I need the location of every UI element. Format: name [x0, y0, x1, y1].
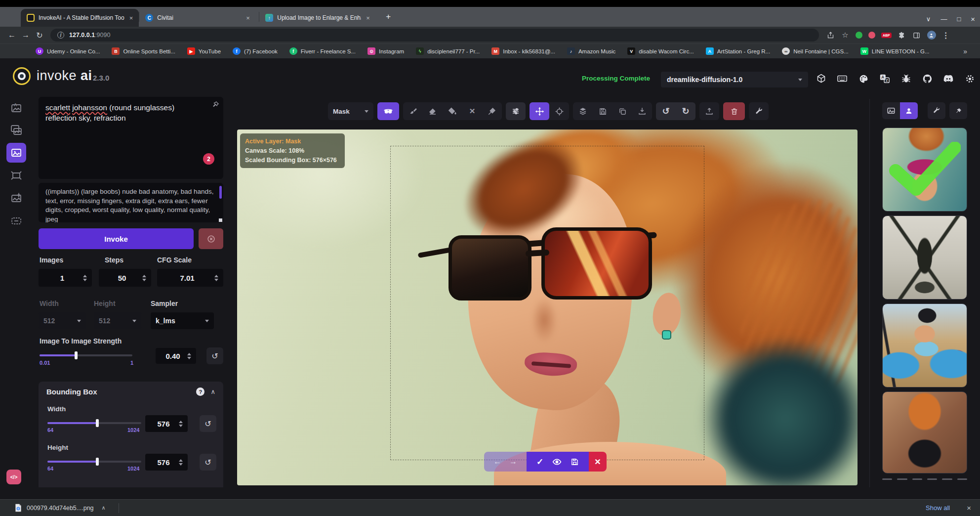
language-icon[interactable]: AZ — [879, 73, 891, 85]
canvas-settings-button[interactable] — [749, 102, 769, 120]
gallery-pin-icon[interactable] — [949, 102, 967, 119]
bookmark-item[interactable]: UUdemy - Online Co... — [36, 47, 100, 55]
gallery-settings-wrench-icon[interactable] — [928, 102, 945, 119]
model-select[interactable]: dreamlike-diffusion-1.0 — [661, 72, 808, 87]
increment-icon[interactable] — [179, 459, 183, 462]
tab-nodes[interactable] — [6, 166, 26, 185]
increment-icon[interactable] — [83, 275, 87, 277]
decrement-icon[interactable] — [83, 279, 87, 281]
increment-icon[interactable] — [142, 275, 146, 277]
bounding-box-marquee[interactable] — [390, 146, 704, 460]
mask-toggle-button[interactable] — [377, 102, 399, 120]
minimize-button[interactable]: — — [940, 15, 947, 23]
tab-training[interactable] — [6, 211, 26, 231]
back-icon[interactable]: ← — [5, 31, 19, 40]
bookmark-item[interactable]: f(7) Facebook — [233, 47, 278, 55]
bbox-width-reset-button[interactable]: ↺ — [200, 415, 216, 432]
images-stepper[interactable]: 1 — [39, 269, 92, 287]
theme-palette-icon[interactable] — [858, 73, 869, 85]
upload-button[interactable] — [699, 102, 719, 120]
accept-check-icon[interactable]: ✓ — [536, 457, 543, 467]
bookmark-item[interactable]: WLINE WEBTOON - G... — [860, 47, 930, 55]
download-expand-chevron-icon[interactable]: ∧ — [102, 505, 106, 511]
bookmarks-overflow-icon[interactable]: » — [963, 47, 967, 55]
sampler-select[interactable]: k_lms — [151, 312, 214, 329]
download-item[interactable]: 000979.40d74eb5....png ∧ — [0, 504, 106, 512]
clear-canvas-button[interactable] — [723, 102, 745, 120]
show-all-downloads-link[interactable]: Show all — [926, 504, 950, 512]
bbox-width-stepper[interactable]: 576 — [145, 415, 188, 432]
decrement-icon[interactable] — [179, 425, 183, 427]
slider-knob[interactable] — [96, 458, 99, 466]
width-select[interactable]: 512 — [39, 312, 86, 329]
gallery-people-tab[interactable] — [900, 102, 918, 119]
decrement-icon[interactable] — [214, 279, 218, 281]
discord-icon[interactable] — [942, 73, 954, 85]
bookmark-star-icon[interactable]: ☆ — [841, 31, 850, 40]
strength-reset-button[interactable]: ↺ — [206, 347, 223, 364]
collapse-chevron-icon[interactable]: ∧ — [210, 388, 215, 395]
tab-close-icon[interactable]: × — [365, 14, 371, 22]
extensions-puzzle-icon[interactable] — [898, 31, 906, 40]
tab-post-processing[interactable] — [6, 188, 26, 208]
height-select[interactable]: 512 — [94, 312, 141, 329]
forward-icon[interactable]: → — [19, 31, 33, 40]
new-tab-button[interactable]: + — [382, 10, 395, 23]
brush-options-button[interactable] — [506, 102, 526, 120]
url-bar[interactable]: i 127.0.0.1:9090 — [50, 29, 819, 42]
decrement-icon[interactable] — [142, 279, 146, 281]
redo-button[interactable]: ↻ — [676, 102, 695, 120]
extension-abp-icon[interactable]: ABP — [881, 33, 892, 38]
site-info-icon[interactable]: i — [57, 32, 64, 39]
slider-knob[interactable] — [75, 351, 78, 359]
gallery-thumbnail[interactable] — [882, 215, 967, 300]
undo-button[interactable]: ↺ — [656, 102, 676, 120]
next-image-icon[interactable]: → — [509, 457, 517, 466]
bookmark-item[interactable]: Vdisable Wacom Circ... — [627, 47, 694, 55]
share-icon[interactable] — [826, 31, 835, 40]
prompt-input[interactable]: scarlett johansson (round sunglasses) re… — [39, 97, 223, 179]
cfg-scale-stepper[interactable]: 7.01 — [157, 269, 223, 287]
browser-tab-invokeai[interactable]: InvokeAI - A Stable Diffusion Too × — [21, 9, 139, 27]
model-manager-icon[interactable] — [815, 73, 827, 85]
bookmark-item[interactable]: MInbox - klk56831@... — [491, 47, 555, 55]
erase-bounding-box-button[interactable]: ✕ — [462, 102, 482, 120]
fill-bounding-box-button[interactable] — [443, 102, 462, 120]
extension-grammarly-icon[interactable] — [856, 32, 862, 39]
merge-visible-button[interactable] — [573, 102, 593, 120]
unified-canvas[interactable]: Active Layer: Mask Canvas Scale: 108% Sc… — [237, 129, 858, 485]
bookmark-item[interactable]: ♪Amazon Music — [567, 47, 615, 55]
tab-search-icon[interactable]: ∨ — [926, 15, 931, 23]
profile-avatar[interactable] — [927, 31, 936, 40]
download-image-button[interactable] — [632, 102, 652, 120]
bookmark-item[interactable]: ϟdiscipleneil777 - Pr... — [416, 47, 480, 55]
tab-close-icon[interactable]: × — [245, 14, 251, 22]
gallery-images-tab[interactable] — [882, 102, 900, 119]
bbox-height-stepper[interactable]: 576 — [145, 454, 188, 471]
gallery-thumbnail-selected[interactable] — [882, 128, 967, 212]
console-toggle-button[interactable]: </> — [6, 470, 21, 484]
extension-pink-icon[interactable] — [868, 32, 875, 39]
increment-icon[interactable] — [214, 275, 218, 277]
side-panel-icon[interactable] — [912, 31, 921, 40]
bookmark-item[interactable]: ▶YouTube — [187, 47, 221, 55]
eraser-tool-button[interactable] — [423, 102, 443, 120]
hotkeys-keyboard-icon[interactable] — [836, 73, 848, 85]
save-staging-icon[interactable] — [571, 458, 579, 466]
maximize-button[interactable]: □ — [957, 15, 961, 23]
help-icon[interactable]: ? — [196, 387, 204, 396]
bookmark-item[interactable]: ∞Neil Fontaine | CGS... — [782, 47, 849, 55]
github-icon[interactable] — [921, 73, 933, 85]
tab-image-to-image[interactable] — [6, 120, 26, 140]
browser-tab-civitai[interactable]: C Civitai × — [139, 9, 259, 27]
steps-stepper[interactable]: 50 — [99, 269, 151, 287]
pin-icon[interactable] — [212, 101, 219, 108]
increment-icon[interactable] — [179, 421, 183, 423]
tab-text-to-image[interactable]: A — [6, 97, 26, 117]
reset-view-button[interactable] — [549, 102, 569, 120]
invoke-button[interactable]: Invoke — [39, 228, 194, 249]
browser-tab-upload[interactable]: ↑ Upload Image to Enlarge & Enha × — [259, 9, 379, 27]
gallery-thumbnail[interactable] — [882, 391, 967, 473]
slider-knob[interactable] — [96, 419, 99, 427]
copy-to-clipboard-button[interactable] — [612, 102, 632, 120]
